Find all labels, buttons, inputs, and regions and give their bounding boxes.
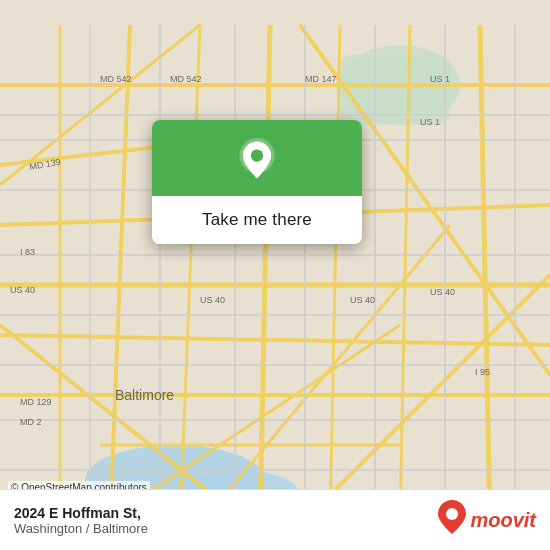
street-address: 2024 E Hoffman St, — [14, 505, 148, 521]
popup-card: Take me there — [152, 120, 362, 244]
moovit-logo[interactable]: moovit — [438, 500, 536, 540]
popup-header — [152, 120, 362, 196]
moovit-pin-icon — [438, 500, 466, 540]
map-container: MD 139 I 83 MD 129 US 40 US 40 US 40 MD … — [0, 0, 550, 550]
svg-text:US 40: US 40 — [350, 295, 375, 305]
svg-text:MD 542: MD 542 — [170, 74, 202, 84]
svg-text:MD 147: MD 147 — [305, 74, 337, 84]
svg-point-58 — [251, 149, 263, 161]
map-background: MD 139 I 83 MD 129 US 40 US 40 US 40 MD … — [0, 0, 550, 550]
take-me-there-button[interactable]: Take me there — [152, 196, 362, 244]
svg-point-59 — [446, 508, 458, 520]
svg-text:I 83: I 83 — [20, 247, 35, 257]
svg-text:US 40: US 40 — [430, 287, 455, 297]
bottom-bar: 2024 E Hoffman St, Washington / Baltimor… — [0, 489, 550, 550]
svg-text:MD 2: MD 2 — [20, 417, 42, 427]
svg-text:US 40: US 40 — [10, 285, 35, 295]
svg-text:US 1: US 1 — [420, 117, 440, 127]
address-info: 2024 E Hoffman St, Washington / Baltimor… — [14, 505, 148, 536]
city-address: Washington / Baltimore — [14, 521, 148, 536]
svg-text:MD 542: MD 542 — [100, 74, 132, 84]
moovit-text: moovit — [470, 509, 536, 532]
svg-text:US 1: US 1 — [430, 74, 450, 84]
svg-text:US 40: US 40 — [200, 295, 225, 305]
svg-rect-0 — [0, 25, 550, 525]
location-pin-icon — [235, 138, 279, 182]
svg-text:MD 129: MD 129 — [20, 397, 52, 407]
svg-text:Baltimore: Baltimore — [115, 387, 174, 403]
svg-text:I 95: I 95 — [475, 367, 490, 377]
